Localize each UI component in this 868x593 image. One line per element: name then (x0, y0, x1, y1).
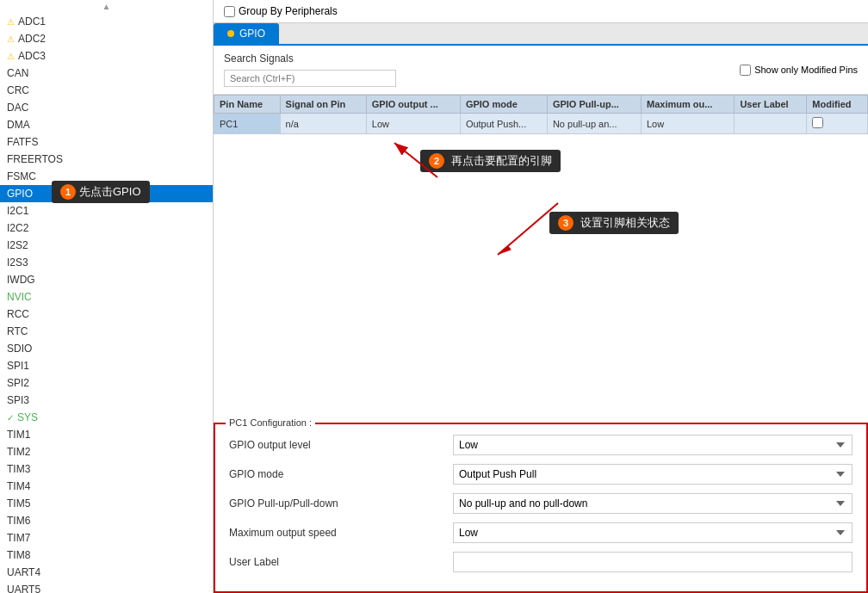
annotation-1: 1先点击GPIO (52, 181, 150, 203)
sidebar-item-adc3[interactable]: ADC3 (0, 47, 213, 65)
sidebar-item-tim3[interactable]: TIM3 (0, 460, 213, 478)
config-row-2: GPIO Pull-up/Pull-downNo pull-up and no … (229, 493, 852, 514)
sidebar-item-i2c1[interactable]: I2C1 (0, 202, 213, 219)
sidebar-item-crc[interactable]: CRC (0, 82, 213, 99)
table-header-gpio-mode[interactable]: GPIO mode (460, 96, 547, 114)
config-select-3[interactable]: LowMediumHighVery High (453, 522, 852, 543)
sidebar-item-tim8[interactable]: TIM8 (0, 547, 213, 564)
config-select-0[interactable]: LowHigh (453, 435, 852, 455)
tab-bar: GPIO (214, 23, 868, 46)
table-container: Pin NameSignal on PinGPIO output ...GPIO… (214, 95, 868, 134)
search-input[interactable] (224, 70, 396, 87)
top-bar: Group By Peripherals (214, 0, 868, 23)
table-row[interactable]: PC1n/aLowOutput Push...No pull-up an...L… (214, 114, 868, 134)
table-header-user-label[interactable]: User Label (735, 96, 807, 114)
config-input-4[interactable] (453, 552, 852, 572)
arrow-svg-3 (472, 195, 575, 263)
main-inner: GPIO Search Signals Show only Modified P… (214, 23, 868, 593)
sidebar-item-spi2[interactable]: SPI2 (0, 374, 213, 392)
config-section: PC1 Configuration : GPIO output levelLow… (214, 423, 868, 593)
sidebar-item-uart5[interactable]: UART5 (0, 581, 213, 593)
sidebar-item-adc2[interactable]: ADC2 (0, 30, 213, 47)
table-header-gpio-output----[interactable]: GPIO output ... (366, 96, 460, 114)
table-cell-6 (735, 114, 807, 134)
config-row-3: Maximum output speedLowMediumHighVery Hi… (229, 522, 852, 543)
table-header-maximum-ou---[interactable]: Maximum ou... (642, 96, 735, 114)
table-cell-5: Low (642, 114, 735, 134)
show-modified-checkbox[interactable] (740, 65, 751, 76)
config-row-1: GPIO modeOutput Push PullOutput Open Dra… (229, 464, 852, 485)
sidebar-item-freertos[interactable]: FREERTOS (0, 151, 213, 168)
table-header-gpio-pull-up---[interactable]: GPIO Pull-up... (547, 96, 641, 114)
sidebar: ▲ ADC1ADC2ADC3CANCRCDACDMAFATFSFREERTOSF… (0, 0, 214, 593)
main-content: Group By Peripherals GPIO Search Signals… (214, 0, 868, 593)
sidebar-item-i2s3[interactable]: I2S3 (0, 254, 213, 271)
table-cell-1: n/a (280, 114, 366, 134)
group-by-peripherals-checkbox[interactable] (224, 6, 235, 17)
config-row-0: GPIO output levelLowHigh (229, 435, 852, 455)
sidebar-item-tim6[interactable]: TIM6 (0, 512, 213, 529)
svg-line-3 (498, 203, 558, 255)
modified-checkbox[interactable] (812, 117, 823, 128)
config-select-1[interactable]: Output Push PullOutput Open DrainInput m… (453, 464, 852, 485)
sidebar-item-nvic[interactable]: NVIC (0, 288, 213, 306)
config-content: GPIO output levelLowHighGPIO modeOutput … (215, 424, 866, 591)
sidebar-item-tim2[interactable]: TIM2 (0, 443, 213, 460)
svg-line-1 (394, 143, 437, 177)
sidebar-item-uart4[interactable]: UART4 (0, 564, 213, 581)
arrow-svg-1 (386, 134, 455, 186)
config-label-3: Maximum output speed (229, 527, 453, 539)
sidebar-item-iwdg[interactable]: IWDG (0, 271, 213, 288)
config-label-4: User Label (229, 556, 453, 568)
config-label-0: GPIO output level (229, 439, 453, 451)
table-cell-4: No pull-up an... (547, 114, 641, 134)
config-row-4: User Label (229, 552, 852, 572)
table-cell-7 (807, 114, 868, 134)
sidebar-item-adc1[interactable]: ADC1 (0, 13, 213, 30)
table-header-pin-name[interactable]: Pin Name (214, 96, 281, 114)
search-col: Search Signals (224, 53, 396, 87)
sidebar-item-rtc[interactable]: RTC (0, 323, 213, 340)
table-cell-3: Output Push... (460, 114, 547, 134)
group-by-peripherals-text: Group By Peripherals (239, 5, 338, 17)
sidebar-item-spi1[interactable]: SPI1 (0, 357, 213, 374)
sidebar-item-tim1[interactable]: TIM1 (0, 426, 213, 443)
search-signals-label: Search Signals (224, 53, 396, 65)
annotation-area: 2 再点击要配置的引脚 3 设置引脚相关状态 (214, 134, 868, 423)
scroll-up-indicator[interactable]: ▲ (0, 0, 213, 13)
gpio-tab[interactable]: GPIO (214, 23, 279, 44)
table-header-modified[interactable]: Modified (807, 96, 868, 114)
table-header-signal-on-pin[interactable]: Signal on Pin (280, 96, 366, 114)
sidebar-item-dma[interactable]: DMA (0, 116, 213, 133)
sidebar-item-sys[interactable]: SYS (0, 409, 213, 426)
gpio-table: Pin NameSignal on PinGPIO output ...GPIO… (214, 95, 868, 134)
config-title: PC1 Configuration : (226, 417, 315, 428)
sidebar-item-rcc[interactable]: RCC (0, 306, 213, 323)
sidebar-item-dac[interactable]: DAC (0, 99, 213, 116)
table-cell-2: Low (366, 114, 460, 134)
sidebar-item-sdio[interactable]: SDIO (0, 340, 213, 357)
sidebar-item-i2s2[interactable]: I2S2 (0, 237, 213, 254)
config-select-2[interactable]: No pull-up and no pull-downPull-upPull-d… (453, 493, 852, 514)
sidebar-item-tim7[interactable]: TIM7 (0, 529, 213, 547)
table-cell-0[interactable]: PC1 (214, 114, 281, 134)
tab-label: GPIO (239, 28, 265, 40)
show-modified-label: Show only Modified Pins (754, 65, 858, 75)
sidebar-item-can[interactable]: CAN (0, 65, 213, 82)
sidebar-item-fatfs[interactable]: FATFS (0, 133, 213, 151)
search-area: Search Signals Show only Modified Pins (214, 46, 868, 95)
sidebar-item-i2c2[interactable]: I2C2 (0, 219, 213, 237)
config-label-2: GPIO Pull-up/Pull-down (229, 497, 453, 510)
group-by-peripherals-label[interactable]: Group By Peripherals (224, 5, 338, 17)
show-modified: Show only Modified Pins (740, 65, 858, 76)
sidebar-item-tim4[interactable]: TIM4 (0, 478, 213, 495)
sidebar-item-tim5[interactable]: TIM5 (0, 495, 213, 512)
tab-dot (227, 30, 234, 37)
config-label-1: GPIO mode (229, 468, 453, 480)
sidebar-item-spi3[interactable]: SPI3 (0, 392, 213, 409)
